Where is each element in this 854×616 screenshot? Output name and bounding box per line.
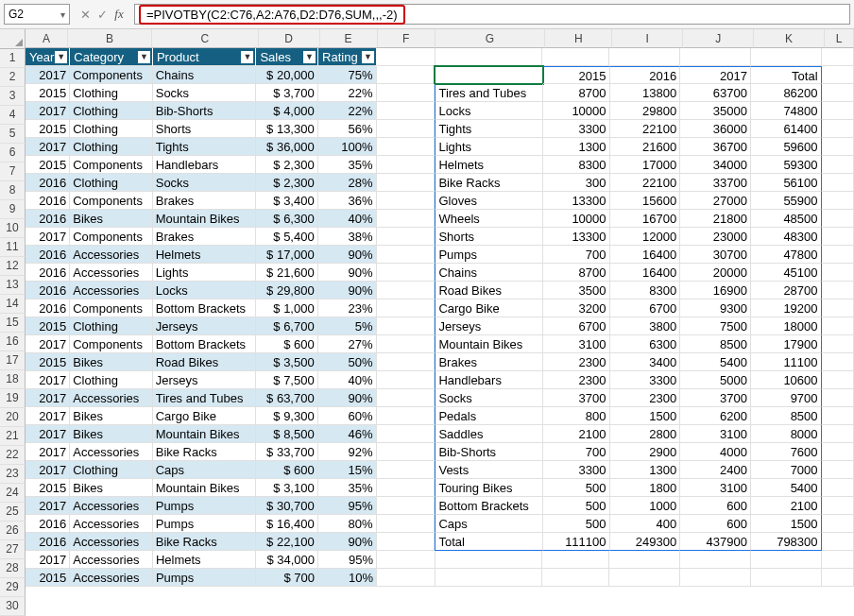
cell-A15[interactable]: 2016 <box>26 299 70 317</box>
cell-E22[interactable]: 46% <box>318 425 377 443</box>
cell-F30[interactable] <box>377 569 436 587</box>
filter-dropdown-icon[interactable]: ▼ <box>362 51 374 63</box>
cell-L8[interactable] <box>822 174 854 192</box>
cell-D6[interactable]: $ 36,000 <box>256 138 318 156</box>
cell-C30[interactable]: Pumps <box>153 569 257 587</box>
cell-C16[interactable]: Jerseys <box>153 317 256 335</box>
cell-B20[interactable]: Accessories <box>70 389 152 407</box>
cell-H25[interactable]: 500 <box>543 479 610 497</box>
cell-B26[interactable]: Accessories <box>70 497 152 515</box>
row-header-29[interactable]: 29 <box>0 578 26 597</box>
cell-I27[interactable]: 400 <box>610 515 681 533</box>
cell-F28[interactable] <box>377 533 436 551</box>
row-header-9[interactable]: 9 <box>0 200 26 219</box>
cell-D18[interactable]: $ 3,500 <box>256 353 318 371</box>
cell-C12[interactable]: Helmets <box>153 246 256 264</box>
cancel-icon[interactable]: ✕ <box>77 8 93 22</box>
cell-J16[interactable]: 7500 <box>680 317 751 335</box>
cell-K15[interactable]: 19200 <box>751 299 822 317</box>
cell-J15[interactable]: 9300 <box>680 299 751 317</box>
cell-J26[interactable]: 600 <box>680 497 751 515</box>
fx-icon[interactable]: fx <box>111 7 127 22</box>
cell-F3[interactable] <box>377 84 436 102</box>
cell-B2[interactable]: Components <box>70 66 152 84</box>
cell-J13[interactable]: 20000 <box>680 264 751 282</box>
cell-H14[interactable]: 3500 <box>543 282 610 299</box>
cell-C26[interactable]: Pumps <box>153 497 256 515</box>
cell-G10[interactable]: Wheels <box>435 210 542 228</box>
row-header-16[interactable]: 16 <box>0 333 26 351</box>
cell-G2[interactable] <box>435 66 542 84</box>
cell-F23[interactable] <box>377 443 436 461</box>
table-header-product[interactable]: Product▼ <box>153 48 257 66</box>
cell-A27[interactable]: 2016 <box>26 515 70 533</box>
cell-G13[interactable]: Chains <box>435 264 542 282</box>
cell-E3[interactable]: 22% <box>318 84 377 102</box>
cell-A9[interactable]: 2016 <box>26 192 70 210</box>
cell-B6[interactable]: Clothing <box>70 138 152 156</box>
cell-B11[interactable]: Components <box>70 228 152 246</box>
cell-A21[interactable]: 2017 <box>26 407 70 425</box>
cell-J28[interactable]: 437900 <box>680 533 751 551</box>
cell-A19[interactable]: 2017 <box>26 371 70 389</box>
cell-A29[interactable]: 2017 <box>26 551 70 569</box>
cell-K27[interactable]: 1500 <box>751 515 822 533</box>
table-header-year[interactable]: Year▼ <box>26 48 70 66</box>
cell-C5[interactable]: Shorts <box>153 120 256 138</box>
cell-K6[interactable]: 59600 <box>751 138 822 156</box>
cell-E30[interactable]: 10% <box>318 569 377 587</box>
cell-K21[interactable]: 8500 <box>751 407 822 425</box>
cell-C21[interactable]: Cargo Bike <box>153 407 256 425</box>
cell-D30[interactable]: $ 700 <box>256 569 318 587</box>
cell-L22[interactable] <box>822 425 854 443</box>
row-header-23[interactable]: 23 <box>0 465 26 484</box>
cell-B4[interactable]: Clothing <box>70 102 152 120</box>
cell-A6[interactable]: 2017 <box>26 138 70 156</box>
cell-J7[interactable]: 34000 <box>680 156 751 174</box>
cell-D7[interactable]: $ 2,300 <box>256 156 318 174</box>
cell-G20[interactable]: Socks <box>435 389 542 407</box>
cell-G8[interactable]: Bike Racks <box>435 174 542 192</box>
cell-H9[interactable]: 13300 <box>543 192 610 210</box>
cell-E4[interactable]: 22% <box>318 102 377 120</box>
cell-L10[interactable] <box>822 210 854 228</box>
cell-C13[interactable]: Lights <box>153 264 256 282</box>
row-header-19[interactable]: 19 <box>0 389 26 408</box>
cell-A22[interactable]: 2017 <box>26 425 70 443</box>
cell-D28[interactable]: $ 22,100 <box>256 533 318 551</box>
cell-L7[interactable] <box>822 156 854 174</box>
cell-C4[interactable]: Bib-Shorts <box>153 102 256 120</box>
cell-I9[interactable]: 15600 <box>610 192 681 210</box>
cell-F18[interactable] <box>377 353 436 371</box>
cell-J6[interactable]: 36700 <box>680 138 751 156</box>
column-header-E[interactable]: E <box>320 29 378 48</box>
cell-I7[interactable]: 17000 <box>610 156 681 174</box>
cell-K13[interactable]: 45100 <box>751 264 822 282</box>
column-header-F[interactable]: F <box>378 29 436 48</box>
cell-B14[interactable]: Accessories <box>70 282 152 299</box>
cell-A28[interactable]: 2016 <box>26 533 70 551</box>
cell-F9[interactable] <box>377 192 436 210</box>
cell-D19[interactable]: $ 7,500 <box>256 371 318 389</box>
cell-G23[interactable]: Bib-Shorts <box>435 443 542 461</box>
table-header-sales[interactable]: Sales▼ <box>256 48 318 66</box>
cell-K9[interactable]: 55900 <box>751 192 822 210</box>
row-header-8[interactable]: 8 <box>0 181 26 200</box>
cell-G21[interactable]: Pedals <box>435 407 542 425</box>
cell-A16[interactable]: 2015 <box>26 317 70 335</box>
cell-J4[interactable]: 35000 <box>680 102 751 120</box>
cell-K2[interactable]: Total <box>751 66 822 84</box>
cell-H6[interactable]: 1300 <box>543 138 610 156</box>
cell-A30[interactable]: 2015 <box>26 569 70 587</box>
cell-G12[interactable]: Pumps <box>435 246 542 264</box>
cell-H29[interactable] <box>542 551 609 569</box>
cell-F7[interactable] <box>377 156 436 174</box>
cell-D13[interactable]: $ 21,600 <box>256 264 318 282</box>
cell-J10[interactable]: 21800 <box>680 210 751 228</box>
cell-G29[interactable] <box>436 551 542 569</box>
cell-E11[interactable]: 38% <box>318 228 377 246</box>
cell-L26[interactable] <box>822 497 854 515</box>
cell-K4[interactable]: 74800 <box>751 102 822 120</box>
column-header-A[interactable]: A <box>26 29 68 48</box>
cell-I30[interactable] <box>609 569 680 587</box>
